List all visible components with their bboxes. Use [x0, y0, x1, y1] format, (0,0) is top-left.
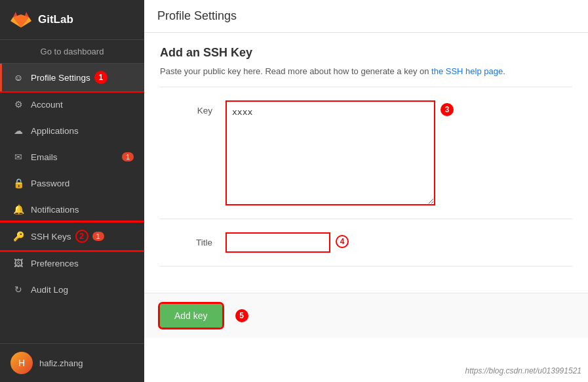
- go-to-dashboard-link[interactable]: Go to dashboard: [0, 40, 144, 64]
- cloud-icon: ☁: [12, 125, 24, 137]
- sidebar-item-label: Account: [31, 100, 63, 110]
- section-desc-pre: Paste your public key here. Read more ab…: [160, 66, 431, 76]
- title-input[interactable]: [225, 232, 330, 253]
- gitlab-logo-icon: [10, 9, 31, 30]
- sidebar-user: H hafiz.zhang: [0, 343, 144, 382]
- action-area: Add key 5: [144, 293, 588, 338]
- title-label: Title: [160, 232, 212, 247]
- step-badge-4: 4: [336, 235, 349, 248]
- gear-icon: ⚙: [12, 98, 24, 110]
- step-badge-1: 1: [94, 71, 108, 84]
- sidebar-nav: ☺ Profile Settings 1 ⚙ Account ☁ Applica…: [0, 64, 144, 343]
- sidebar: GitLab Go to dashboard ☺ Profile Setting…: [0, 0, 144, 382]
- ssh-help-link[interactable]: the SSH help page: [431, 66, 503, 76]
- sidebar-item-audit-log[interactable]: ↻ Audit Log: [0, 276, 144, 303]
- key-textarea[interactable]: [225, 100, 435, 205]
- sidebar-item-label: Notifications: [31, 205, 79, 215]
- sidebar-item-label: Emails: [31, 152, 58, 162]
- app-name: GitLab: [38, 13, 73, 26]
- key-form-group: Key 3: [160, 100, 572, 219]
- step-badge-5: 5: [235, 309, 248, 322]
- bell-icon: 🔔: [12, 203, 24, 215]
- sidebar-item-applications[interactable]: ☁ Applications: [0, 117, 144, 144]
- emails-badge: 1: [122, 152, 134, 161]
- main-header: Profile Settings: [144, 0, 588, 33]
- sidebar-item-profile-settings[interactable]: ☺ Profile Settings 1: [0, 64, 144, 91]
- content-area: Add an SSH Key Paste your public key her…: [144, 33, 588, 293]
- section-description: Paste your public key here. Read more ab…: [160, 66, 572, 87]
- sidebar-item-preferences[interactable]: 🖼 Preferences: [0, 250, 144, 276]
- sidebar-item-label: SSH Keys: [31, 232, 71, 242]
- key-label: Key: [160, 100, 212, 116]
- add-key-button[interactable]: Add key: [160, 304, 222, 328]
- ssh-keys-badge: 1: [92, 232, 104, 241]
- sidebar-item-label: Password: [31, 179, 69, 188]
- sidebar-item-ssh-keys[interactable]: 🔑 SSH Keys 2 1: [0, 223, 144, 250]
- sidebar-item-emails[interactable]: ✉ Emails 1: [0, 144, 144, 170]
- sidebar-item-notifications[interactable]: 🔔 Notifications: [0, 196, 144, 223]
- avatar: H: [10, 352, 33, 374]
- section-desc-post: .: [503, 66, 505, 76]
- envelope-icon: ✉: [12, 151, 24, 163]
- sidebar-item-label: Preferences: [31, 259, 79, 268]
- history-icon: ↻: [12, 284, 24, 295]
- username: hafiz.zhang: [39, 358, 83, 368]
- sidebar-item-label: Applications: [31, 126, 79, 136]
- sidebar-item-label: Profile Settings: [31, 73, 90, 83]
- step-badge-2: 2: [75, 230, 88, 243]
- sidebar-item-account[interactable]: ⚙ Account: [0, 91, 144, 117]
- title-form-group: Title 4: [160, 232, 572, 266]
- step-badge-3: 3: [441, 103, 454, 116]
- person-icon: ☺: [12, 72, 24, 83]
- page-title: Profile Settings: [157, 9, 237, 22]
- lock-icon: 🔒: [12, 177, 24, 189]
- key-icon: 🔑: [12, 230, 24, 242]
- sidebar-logo[interactable]: GitLab: [0, 0, 144, 40]
- main-content: Profile Settings Add an SSH Key Paste yo…: [144, 0, 588, 382]
- image-icon: 🖼: [12, 257, 24, 269]
- sidebar-item-password[interactable]: 🔒 Password: [0, 170, 144, 196]
- section-title: Add an SSH Key: [160, 46, 572, 60]
- sidebar-item-label: Audit Log: [31, 285, 68, 295]
- watermark: https://blog.csdn.net/u013991521: [465, 366, 581, 375]
